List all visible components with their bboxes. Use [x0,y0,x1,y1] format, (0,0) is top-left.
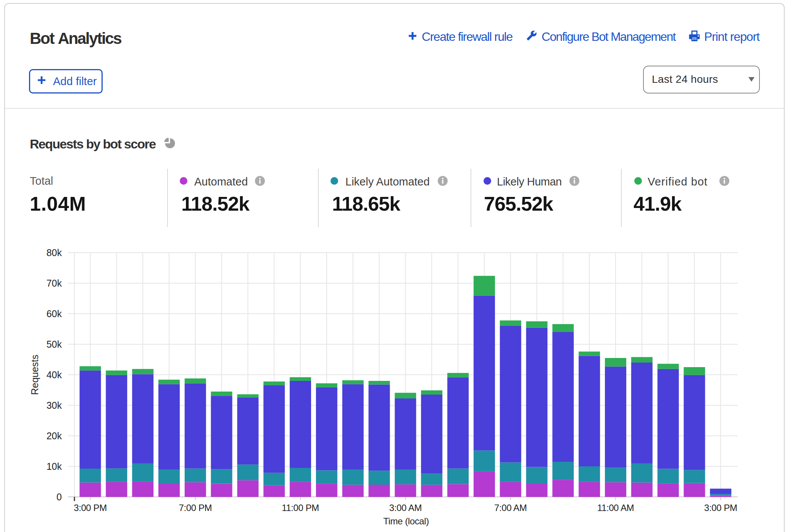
svg-text:3:00 PM: 3:00 PM [74,503,107,513]
svg-text:20k: 20k [47,430,62,441]
svg-text:70k: 70k [47,278,62,289]
svg-text:50k: 50k [47,339,62,350]
svg-text:0: 0 [56,492,62,502]
svg-text:3:00 AM: 3:00 AM [389,503,422,513]
svg-text:Time (local): Time (local) [383,516,429,526]
svg-text:80k: 80k [47,247,62,258]
svg-text:60k: 60k [47,308,62,319]
svg-text:Requests: Requests [29,355,40,395]
svg-text:30k: 30k [47,400,62,411]
svg-text:7:00 AM: 7:00 AM [494,503,527,513]
svg-text:11:00 PM: 11:00 PM [282,503,319,513]
svg-text:7:00 PM: 7:00 PM [179,503,212,513]
svg-text:40k: 40k [47,369,62,380]
svg-text:3:00 PM: 3:00 PM [704,503,737,513]
svg-text:10k: 10k [47,461,62,472]
svg-text:11:00 AM: 11:00 AM [597,503,634,513]
